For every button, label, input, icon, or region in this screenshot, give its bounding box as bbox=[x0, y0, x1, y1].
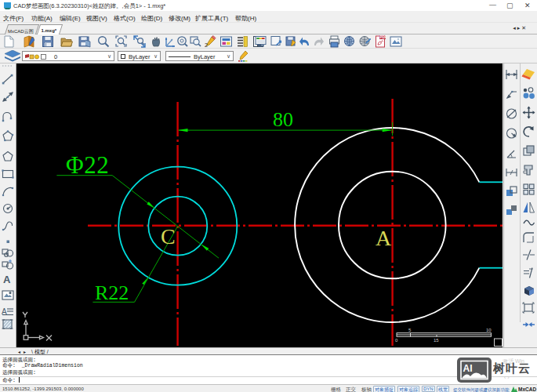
svg-text:PDF: PDF bbox=[380, 35, 387, 39]
svg-text:R22: R22 bbox=[95, 281, 129, 304]
svg-text:AI: AI bbox=[463, 363, 473, 374]
svg-text:5: 5 bbox=[408, 328, 412, 332]
svg-text:2: 2 bbox=[205, 42, 208, 48]
svg-text:15: 15 bbox=[434, 338, 439, 343]
svg-text:A: A bbox=[3, 274, 11, 285]
svg-text:C: C bbox=[161, 224, 176, 249]
svg-text:Φ22: Φ22 bbox=[66, 151, 109, 179]
svg-text:80: 80 bbox=[273, 108, 293, 131]
svg-text:A: A bbox=[376, 226, 392, 250]
svg-text:0: 0 bbox=[395, 338, 398, 343]
svg-text:10: 10 bbox=[486, 328, 492, 332]
